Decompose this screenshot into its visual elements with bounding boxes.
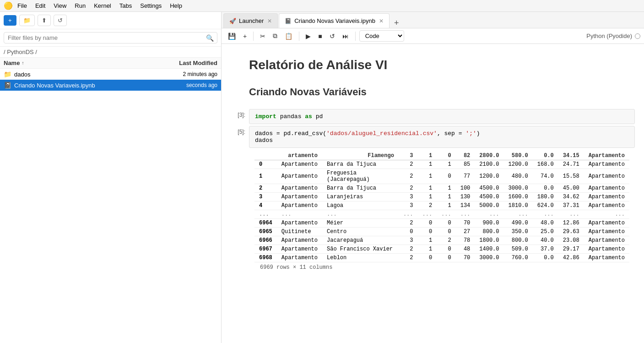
kernel-name-label: Python (Pyodide) [586, 33, 632, 39]
add-cell-button[interactable]: + [240, 31, 249, 41]
app-logo: 🟡 [4, 1, 13, 10]
stop-button[interactable]: ■ [315, 31, 325, 41]
file-item-notebook[interactable]: 📓 Criando Novas Variaveis.ipynb seconds … [0, 80, 221, 91]
table-cell: Apartamento [584, 228, 629, 236]
menu-view[interactable]: View [50, 1, 70, 10]
restart-button[interactable]: ↺ [327, 31, 338, 41]
table-cell: 40.0 [533, 236, 558, 245]
notebook-area: 🚀 Launcher ✕ 📓 Criando Novas Variaveis.i… [222, 12, 644, 343]
table-cell: Apartamento [277, 184, 322, 193]
table-row: 6966ApartamentoJacarepaguá312781800.0800… [254, 236, 629, 245]
search-icon: 🔍 [206, 34, 214, 42]
file-list-header: Name ↑ Last Modified [0, 58, 221, 69]
tab-close-notebook[interactable]: ✕ [379, 18, 384, 24]
table-cell: 1200.0 [475, 169, 503, 184]
menu-tabs[interactable]: Tabs [116, 1, 135, 10]
table-cell: 77 [456, 169, 475, 184]
th-categoria: Apartamento [584, 152, 629, 160]
tab-notebook[interactable]: 📓 Criando Novas Variaveis.ipynb ✕ [279, 13, 390, 28]
table-cell: 1 [417, 184, 437, 193]
new-folder-button[interactable]: 📁 [19, 15, 35, 26]
table-cell: 900.0 [475, 219, 503, 228]
th-tipo: artamento [277, 152, 322, 160]
table-cell: 1 [437, 193, 456, 201]
table-cell: São Francisco Xavier [322, 245, 399, 254]
cell-input-3[interactable]: import pandas as pd [249, 109, 635, 124]
paste-button[interactable]: 📋 [282, 31, 295, 41]
table-cell: Apartamento [584, 184, 629, 193]
table-cell: 4500.0 [475, 193, 503, 201]
table-cell: 350.0 [504, 228, 533, 236]
upload-button[interactable]: ⬆ [38, 15, 51, 26]
table-cell: 27 [456, 228, 475, 236]
table-cell: 1200.0 [504, 160, 533, 169]
th-ratio: 34.15 [558, 152, 584, 160]
table-cell: 0.0 [533, 254, 558, 262]
table-cell: Centro [322, 228, 399, 236]
table-cell: 800.0 [475, 228, 503, 236]
table-cell: Apartamento [277, 236, 322, 245]
table-cell: 1 [417, 160, 437, 169]
table-row: 6964ApartamentoMéier20070900.0490.048.01… [254, 219, 629, 228]
table-cell: 1 [417, 236, 437, 245]
run-button[interactable]: ▶ [303, 31, 314, 41]
table-cell: 0 [399, 228, 418, 236]
new-launcher-button[interactable]: + [4, 15, 16, 26]
keyword-import: import [255, 113, 276, 120]
table-cell: 1 [417, 193, 437, 201]
add-tab-button[interactable]: + [390, 18, 403, 28]
op-eq: = [276, 130, 284, 137]
table-cell: Apartamento [584, 169, 629, 184]
menu-kernel[interactable]: Kernel [90, 1, 115, 10]
table-cell: ... [504, 210, 533, 219]
table-cell: Barra da Tijuca [322, 184, 399, 193]
table-cell: Apartamento [277, 160, 322, 169]
var-dados-2: dados [255, 137, 273, 144]
tab-launcher[interactable]: 🚀 Launcher ✕ [223, 13, 278, 28]
menu-run[interactable]: Run [71, 1, 89, 10]
file-item-dados[interactable]: 📁 dados 2 minutes ago [0, 69, 221, 80]
table-cell: 70 [456, 254, 475, 262]
cell-input-5[interactable]: dados = pd.read_csv('dados/aluguel_resid… [249, 126, 635, 148]
table-row: 0ApartamentoBarra da Tijuca211852100.012… [254, 160, 629, 169]
table-cell: 1800.0 [475, 236, 503, 245]
kernel-status: Python (Pyodide) [586, 33, 640, 39]
menu-file[interactable]: File [14, 1, 31, 10]
th-suite: 0 [437, 152, 456, 160]
table-cell: 180.0 [533, 193, 558, 201]
save-button[interactable]: 💾 [225, 31, 238, 41]
table-cell: 25.0 [533, 228, 558, 236]
menu-settings[interactable]: Settings [136, 1, 165, 10]
table-cell: 509.0 [504, 245, 533, 254]
file-modified: 2 minutes ago [149, 71, 217, 77]
table-cell: Apartamento [277, 245, 322, 254]
refresh-button[interactable]: ↺ [54, 15, 67, 26]
table-cell: 2 [437, 236, 456, 245]
table-cell: 2 [417, 201, 437, 210]
table-cell: 0 [417, 219, 437, 228]
breadcrumb: / PythonDS / [0, 47, 221, 58]
copy-button[interactable]: ⧉ [270, 31, 280, 41]
filter-input[interactable] [4, 32, 217, 44]
fastforward-button[interactable]: ⏭ [340, 31, 352, 41]
cell-type-select[interactable]: Code Markdown Raw [359, 30, 404, 42]
table-cell: Apartamento [584, 193, 629, 201]
cut-button[interactable]: ✂ [257, 31, 268, 41]
table-cell: 1600.0 [504, 193, 533, 201]
cell-content-5[interactable]: dados = pd.read_csv('dados/aluguel_resid… [249, 126, 635, 274]
cell-content-3[interactable]: import pandas as pd [249, 109, 635, 124]
code-text: pd [316, 113, 323, 120]
notebook-title-1: Relatório de Análise VI [222, 53, 644, 82]
menu-edit[interactable]: Edit [32, 1, 49, 10]
table-cell: 2 [399, 245, 418, 254]
th-aluguel: 2800.0 [475, 152, 503, 160]
th-iptu: 0.0 [533, 152, 558, 160]
notebook-content[interactable]: Relatório de Análise VI Criando Novas Va… [222, 44, 644, 343]
kernel-idle-indicator [635, 33, 640, 39]
menu-help[interactable]: Help [166, 1, 186, 10]
table-cell: 2 [399, 160, 418, 169]
table-cell: Lagoa [322, 201, 399, 210]
tab-close-launcher[interactable]: ✕ [267, 18, 272, 24]
table-cell: ... [254, 210, 277, 219]
dataframe-body: 0ApartamentoBarra da Tijuca211852100.012… [254, 160, 629, 262]
